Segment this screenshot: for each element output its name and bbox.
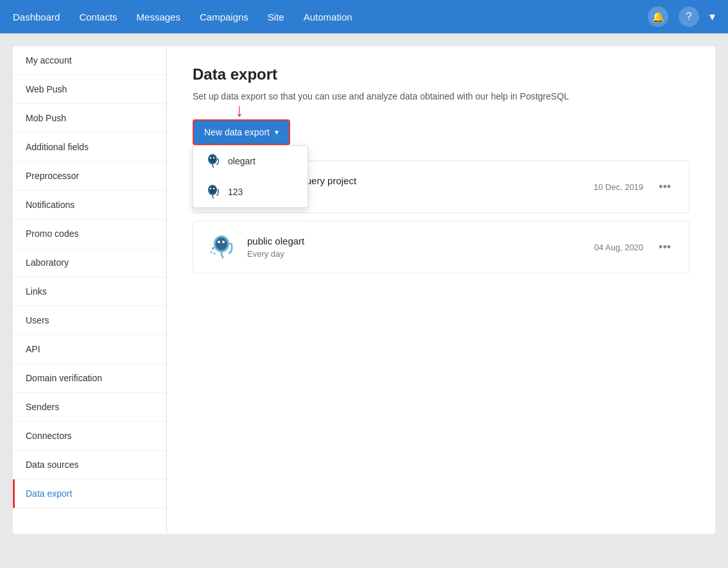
sidebar-item-laboratory[interactable]: Laboratory [13,248,166,277]
svg-point-16 [211,252,212,254]
sidebar-item-users[interactable]: Users [13,306,166,335]
export-more-button-0[interactable]: ••• [654,178,676,196]
svg-point-13 [216,237,227,250]
nav-icons: 🔔 ? ▾ [648,6,715,27]
sidebar-item-mob-push[interactable]: Mob Push [13,104,166,133]
sidebar-item-promo-codes[interactable]: Promo codes [13,219,166,248]
new-export-chevron-icon: ▾ [275,128,279,137]
main-container: My account Web Push Mob Push Additional … [0,33,728,568]
sidebar-item-notifications[interactable]: Notifications [13,191,166,219]
export-info-1: public olegart Every day [247,236,594,259]
svg-point-17 [218,241,220,243]
svg-point-3 [213,157,214,159]
nav-messages[interactable]: Messages [137,12,180,22]
nav-contacts[interactable]: Contacts [79,12,117,22]
sidebar-item-domain-verification[interactable]: Domain verification [13,364,166,393]
postgres-icon-123 [204,183,221,201]
export-freq-1: Every day [247,249,594,259]
sidebar-item-links[interactable]: Links [13,277,166,306]
svg-point-2 [210,157,211,159]
account-chevron-icon[interactable]: ▾ [709,10,715,24]
new-export-btn-label: New data export [204,127,270,137]
dropdown-item-123[interactable]: 123 [193,176,308,207]
notifications-bell-button[interactable]: 🔔 [648,6,668,27]
svg-point-18 [222,241,225,243]
sidebar-item-data-export[interactable]: Data export [13,479,166,508]
svg-point-7 [213,188,214,189]
dropdown-item-olegart[interactable]: olegart [193,146,308,176]
dropdown-menu: olegart [193,145,308,208]
export-date-0: 10 Dec, 2019 [594,182,643,192]
nav-automation[interactable]: Automation [304,12,352,22]
svg-point-14 [212,247,214,250]
page-subtitle: Set up data export so that you can use a… [193,91,689,101]
sidebar-item-my-account[interactable]: My account [13,46,166,75]
sidebar: My account Web Push Mob Push Additional … [13,46,167,534]
page-title: Data export [193,65,689,83]
export-date-1: 04 Aug, 2020 [594,243,643,252]
nav-campaigns[interactable]: Campaigns [200,12,248,22]
dropdown-label-olegart: olegart [228,156,256,166]
sidebar-item-preprocessor[interactable]: Preprocessor [13,162,166,191]
svg-point-1 [209,155,216,163]
sidebar-item-api[interactable]: API [13,335,166,364]
export-more-button-1[interactable]: ••• [654,238,676,257]
postgres-icon-olegart [204,152,221,170]
new-export-btn-area: New data export ▾ ↓ [193,119,290,145]
new-data-export-button[interactable]: New data export ▾ [193,119,290,145]
top-navigation: Dashboard Contacts Messages Campaigns Si… [0,0,728,33]
content-card: My account Web Push Mob Push Additional … [13,46,715,534]
main-content: Data export Set up data export so that y… [167,46,715,534]
help-question-button[interactable]: ? [679,6,699,27]
export-name-1: public olegart [247,236,594,246]
svg-point-6 [210,188,211,189]
nav-dashboard[interactable]: Dashboard [13,12,60,22]
sidebar-item-additional-fields[interactable]: Additional fields [13,133,166,162]
sidebar-item-web-push[interactable]: Web Push [13,75,166,104]
sidebar-item-senders[interactable]: Senders [13,393,166,422]
svg-point-15 [214,253,216,255]
dropdown-label-123: 123 [228,187,243,197]
sidebar-item-connectors[interactable]: Connectors [13,422,166,451]
nav-site[interactable]: Site [268,12,284,22]
red-arrow-annotation: ↓ [235,100,244,121]
export-pg-icon-1 [206,232,237,262]
svg-point-5 [209,186,216,194]
nav-links: Dashboard Contacts Messages Campaigns Si… [13,12,648,22]
export-row-1: public olegart Every day 04 Aug, 2020 ••… [193,221,689,273]
sidebar-item-data-sources[interactable]: Data sources [13,451,166,479]
